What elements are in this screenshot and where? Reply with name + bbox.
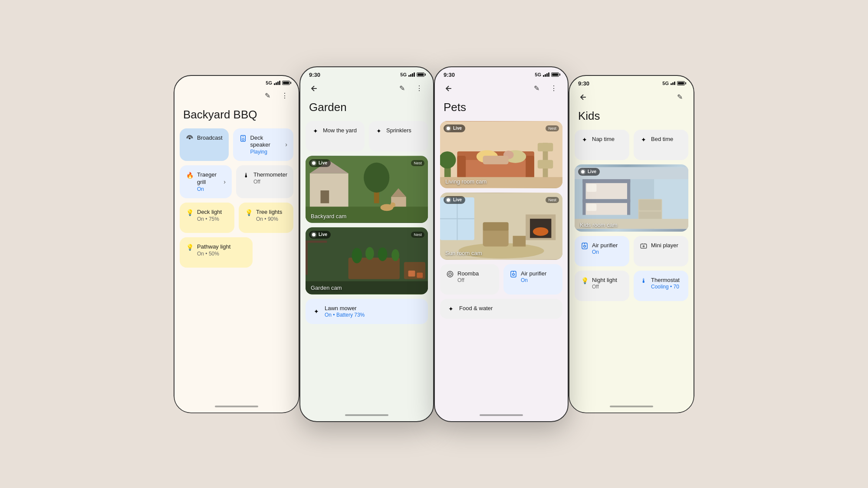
pathway-light-card[interactable]: 💡 Pathway light On • 50% <box>180 237 253 268</box>
thermo-icon: 🌡 <box>242 171 250 179</box>
kids-back-btn[interactable] <box>576 90 590 104</box>
garden-more-btn[interactable]: ⋮ <box>412 82 426 95</box>
pets-content: Live Nest Living room cam <box>435 121 568 409</box>
mini-player-card[interactable]: Mini player <box>634 236 688 266</box>
lawn-mower-name: Lawn mower <box>325 305 421 312</box>
roomba-icon <box>446 270 454 278</box>
deck-light-text: Deck light On • 75% <box>197 209 228 222</box>
svg-point-0 <box>189 137 191 139</box>
sprinklers-card[interactable]: ✦ Sprinklers <box>369 121 428 151</box>
sun-cam-label: Sun room cam <box>445 250 482 256</box>
backyard-cam-label: Backyard cam <box>311 213 346 219</box>
kids-status-icons: 5G <box>662 81 685 86</box>
phone-garden: 9:30 5G ✎ <box>299 66 434 422</box>
broadcast-name: Broadcast <box>197 134 223 142</box>
pets-home-indicator <box>435 409 568 421</box>
deck-light-name: Deck light <box>197 209 228 216</box>
garden-signal <box>408 72 415 77</box>
bbq-5g: 5G <box>266 80 272 85</box>
kids-purifier-status: On <box>592 249 623 255</box>
garden-status-bar: 9:30 5G <box>300 67 433 80</box>
living-room-cam-card[interactable]: Live Nest Living room cam <box>440 121 562 188</box>
backyard-cam-card[interactable]: Live Nest Backyard cam <box>306 156 428 223</box>
svg-point-2 <box>242 138 244 141</box>
pets-purifier-name: Air purifier <box>521 270 556 278</box>
kids-nav-icons: ✎ <box>673 90 687 104</box>
traeger-name: Traeger grill <box>197 171 220 186</box>
bbq-home-indicator <box>174 400 299 413</box>
bbq-title: Backyard BBQ <box>174 106 299 128</box>
pets-status-icons: 5G <box>535 72 559 77</box>
food-water-card[interactable]: ✦ Food & water <box>440 299 562 319</box>
thermometer-card[interactable]: 🌡 Thermometer Off <box>236 165 293 198</box>
svg-point-77 <box>643 246 644 247</box>
purifier-svg <box>510 270 517 278</box>
kids-thermo-text: Thermostat Cooling • 70 <box>651 277 682 290</box>
garden-edit-btn[interactable]: ✎ <box>395 82 409 95</box>
bed-time-card[interactable]: ✦ Bed time <box>634 130 688 160</box>
garden-title: Garden <box>300 99 433 121</box>
bed-name: Bed time <box>651 136 682 143</box>
kids-live-text: Live <box>588 169 596 174</box>
pets-signal <box>543 72 549 77</box>
pets-more-btn[interactable]: ⋮ <box>547 82 561 95</box>
sprinklers-sparkle-icon: ✦ <box>375 127 383 135</box>
pets-edit-btn[interactable]: ✎ <box>529 82 543 95</box>
backyard-live-text: Live <box>319 160 327 165</box>
kids-thermostat-card[interactable]: 🌡 Thermostat Cooling • 70 <box>634 271 688 301</box>
deck-light-card[interactable]: 💡 Deck light On • 75% <box>180 203 234 233</box>
living-nest-badge: Nest <box>546 125 559 131</box>
tree-lights-card[interactable]: 💡 Tree lights On • 90% <box>239 203 293 233</box>
pets-screen: 9:30 5G ✎ <box>435 67 568 421</box>
pets-status-bar: 9:30 5G <box>435 67 568 80</box>
mow-sparkle-icon: ✦ <box>312 127 319 135</box>
kids-purifier-card[interactable]: Air purifier On <box>575 236 629 266</box>
kids-purifier-svg <box>581 242 589 250</box>
bbq-edit-btn[interactable]: ✎ <box>260 89 274 103</box>
svg-point-74 <box>584 245 586 247</box>
garden-back-btn[interactable] <box>307 82 321 95</box>
deck-speaker-card[interactable]: Deck speaker Playing › <box>233 128 293 161</box>
svg-point-56 <box>513 273 515 275</box>
kids-battery <box>677 81 685 85</box>
bbq-home-bar <box>215 406 258 407</box>
roomba-card[interactable]: Roomba Off <box>440 264 499 295</box>
nap-time-card[interactable]: ✦ Nap time <box>575 130 629 160</box>
kids-home-indicator <box>569 400 694 413</box>
garden-battery <box>417 72 424 77</box>
kids-live-badge: Live <box>578 168 600 176</box>
garden-top-nav: ✎ ⋮ <box>300 80 433 99</box>
svg-point-54 <box>449 273 451 275</box>
garden-cam-card[interactable]: Live Nest Garden cam <box>306 227 428 295</box>
pets-purifier-card[interactable]: Air purifier On <box>503 264 562 295</box>
bbq-signal <box>274 81 280 85</box>
deck-light-icon: 💡 <box>186 209 194 216</box>
pets-back-btn[interactable] <box>442 82 456 95</box>
garden-live-badge: Live <box>309 231 331 239</box>
broadcast-card[interactable]: Broadcast <box>180 128 229 161</box>
kids-row-1: ✦ Nap time ✦ Bed time <box>575 130 688 160</box>
backyard-live-dot <box>311 160 317 166</box>
garden-live-text: Live <box>319 232 327 237</box>
kids-cam-card[interactable]: Live Kids room cam <box>575 164 688 232</box>
night-light-card[interactable]: 💡 Night light Off <box>575 271 629 301</box>
tree-lights-status: On • 90% <box>256 216 287 222</box>
kids-edit-btn[interactable]: ✎ <box>673 90 687 104</box>
lawn-mower-status: On • Battery 73% <box>325 312 421 318</box>
kids-purifier-name: Air purifier <box>592 242 623 249</box>
sun-room-cam-card[interactable]: Live Nest Sun room cam <box>440 193 562 260</box>
bbq-more-btn[interactable]: ⋮ <box>278 89 292 103</box>
bed-sparkle-icon: ✦ <box>640 136 648 144</box>
garden-cam-label: Garden cam <box>311 285 342 291</box>
pathway-status: On • 50% <box>197 251 247 257</box>
backyard-cam-top: Live Nest <box>309 159 424 167</box>
lawn-mower-card[interactable]: ✦ Lawn mower On • Battery 73% <box>306 299 428 324</box>
traeger-card[interactable]: 🔥 Traeger grill On › <box>180 165 232 198</box>
living-live-badge: Live <box>444 124 465 132</box>
backyard-cam-bg: Live Nest Backyard cam <box>306 156 428 223</box>
kids-time: 9:30 <box>578 80 589 87</box>
garden-cam-top: Live Nest <box>309 231 424 239</box>
pets-purifier-status: On <box>521 277 556 283</box>
mow-card[interactable]: ✦ Mow the yard <box>306 121 365 151</box>
garden-time: 9:30 <box>309 72 320 78</box>
